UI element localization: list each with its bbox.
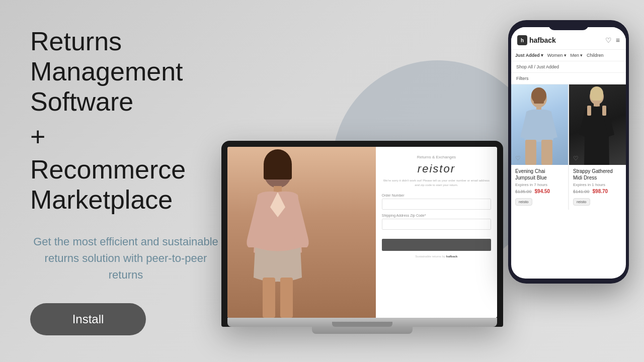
breadcrumb-separator: /	[534, 64, 536, 69]
svg-rect-10	[525, 140, 536, 165]
returns-exchanges-label: Returns & Exchanges	[417, 155, 456, 159]
hafback-logo-small: hafback	[446, 255, 458, 258]
reistor-logo: reistor	[418, 162, 455, 175]
price-sale-1: $94.50	[535, 189, 550, 194]
menu-icon[interactable]: ≡	[616, 36, 620, 44]
product-prices-1: $135.00 $94.50	[515, 189, 564, 194]
model-figure-svg	[227, 147, 328, 318]
main-title-line1: Returns Management Software	[30, 27, 231, 117]
svg-rect-5	[280, 278, 293, 318]
product-name-2: Strappy Gathered Midi Dress	[573, 168, 622, 181]
svg-rect-16	[587, 106, 591, 116]
products-grid: ♡ Evening Chai Jumpsuit Blue Expires in …	[511, 84, 626, 210]
phone-navigation: Just Added ▾ Women ▾ Men ▾ Children	[511, 50, 626, 61]
install-button[interactable]: Install	[30, 303, 146, 335]
product-name-1: Evening Chai Jumpsuit Blue	[515, 168, 564, 181]
svg-rect-2	[264, 164, 292, 179]
return-description: We're sorry it didn't work out! Please t…	[382, 178, 491, 188]
hafback-brand: h hafback	[517, 35, 556, 45]
nav-item-women[interactable]: Women ▾	[547, 53, 567, 58]
brand-name: hafback	[529, 36, 556, 44]
product-info-2: Strappy Gathered Midi Dress Expires in 1…	[569, 165, 626, 206]
reistor-badge-2: reisto	[573, 198, 590, 206]
product-card-1[interactable]: ♡ Evening Chai Jumpsuit Blue Expires in …	[511, 84, 568, 210]
filters-label: Filters	[516, 76, 529, 81]
svg-rect-17	[602, 106, 606, 116]
product-model-2-svg	[569, 84, 624, 165]
laptop-screen-outer: Returns & Exchanges reistor We're sorry …	[221, 141, 503, 327]
phone-screen: h hafback ♡ ≡ Just Added ▾ Women ▾	[511, 27, 626, 279]
product-wishlist-icon-2[interactable]: ♡	[573, 155, 579, 162]
laptop-screen-inner: Returns & Exchanges reistor We're sorry …	[227, 147, 497, 318]
laptop-model-area	[227, 147, 376, 318]
zip-code-input[interactable]	[382, 219, 491, 230]
price-original-1: $135.00	[515, 189, 532, 194]
product-image-2: ♡	[569, 84, 626, 165]
phone-notch	[548, 20, 589, 30]
left-content-section: Returns Management Software + Recommerce…	[0, 0, 252, 362]
product-wishlist-icon-1[interactable]: ♡	[515, 155, 521, 162]
plus-sign: +	[30, 122, 231, 152]
order-number-label: Order Number	[382, 194, 405, 197]
main-title-line2: Recommerce Marketplace	[30, 155, 231, 215]
breadcrumb-current: Just Added	[537, 64, 559, 69]
product-image-1: ♡	[511, 84, 568, 165]
product-card-2[interactable]: ♡ Strappy Gathered Midi Dress Expires in…	[569, 84, 626, 210]
nav-dropdown-icon: ▾	[564, 53, 567, 58]
zip-code-label: Shipping Address Zip Code*	[382, 214, 426, 217]
product-expires-1: Expires in 7 hours	[515, 183, 564, 187]
laptop-returns-form: Returns & Exchanges reistor We're sorry …	[376, 147, 497, 318]
phone-mockup: h hafback ♡ ≡ Just Added ▾ Women ▾	[508, 20, 629, 284]
price-original-2: $141.00	[573, 189, 590, 194]
powered-by-text: Sustainable returns by hafback	[415, 255, 457, 258]
breadcrumb-shop-all[interactable]: Shop All	[516, 64, 533, 69]
svg-rect-14	[591, 94, 603, 101]
nav-item-just-added[interactable]: Just Added ▾	[515, 53, 543, 58]
laptop-base	[227, 318, 497, 327]
laptop-stand	[312, 327, 413, 334]
breadcrumb: Shop All / Just Added	[511, 61, 626, 73]
wishlist-icon[interactable]: ♡	[605, 36, 612, 44]
hero-description: Get the most efficient and sustainable r…	[30, 233, 221, 283]
nav-item-men[interactable]: Men ▾	[571, 53, 583, 58]
order-number-input[interactable]	[382, 199, 491, 210]
phone-outer: h hafback ♡ ≡ Just Added ▾ Women ▾	[508, 20, 629, 284]
nav-dropdown-icon: ▾	[541, 53, 543, 58]
filters-bar[interactable]: Filters	[511, 73, 626, 84]
phone-header-icons: ♡ ≡	[605, 36, 620, 44]
svg-rect-4	[263, 278, 275, 318]
nav-dropdown-icon: ▾	[580, 53, 583, 58]
svg-rect-11	[541, 140, 552, 165]
product-model-1-svg	[511, 84, 567, 165]
svg-rect-8	[534, 96, 544, 104]
product-prices-2: $141.00 $98.70	[573, 189, 622, 194]
laptop-mockup: Returns & Exchanges reistor We're sorry …	[221, 141, 503, 334]
product-expires-2: Expires in 1 hours	[573, 183, 622, 187]
nav-item-children[interactable]: Children	[587, 53, 604, 58]
brand-icon: h	[517, 35, 527, 45]
start-return-button[interactable]	[382, 239, 491, 251]
price-sale-2: $98.70	[593, 189, 608, 194]
phone-header: h hafback ♡ ≡	[511, 27, 626, 50]
reistor-badge-1: reisto	[515, 198, 532, 206]
model-silhouette	[227, 147, 376, 318]
product-info-1: Evening Chai Jumpsuit Blue Expires in 7 …	[511, 165, 568, 206]
